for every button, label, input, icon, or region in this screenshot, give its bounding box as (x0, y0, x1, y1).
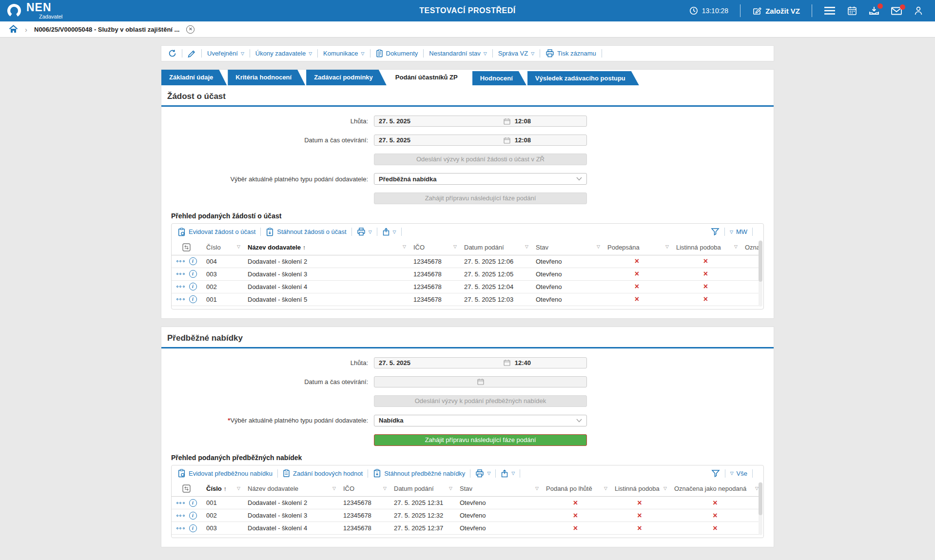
filter-chevron-icon[interactable]: ▽ (449, 486, 452, 491)
tab-kriteria-hodnoceni[interactable]: Kritéria hodnocení (228, 70, 305, 85)
start-next-phase-button-disabled[interactable]: Zahájit přípravu následující fáze podání (374, 193, 587, 204)
col-listinna-podoba[interactable]: Listinná podoba▽ (610, 482, 669, 497)
menu-ukony-zadavatele[interactable]: Úkony zadavatele▽ (255, 50, 312, 57)
filter-chevron-icon[interactable]: ▽ (525, 244, 528, 249)
filter-button[interactable] (711, 469, 720, 478)
filter-chevron-icon[interactable]: ▽ (755, 486, 759, 491)
export-table-button[interactable]: ▽ (501, 469, 515, 478)
lhuta-nabidky-input[interactable]: 27. 5. 2025 12:40 (374, 357, 587, 368)
filter-button[interactable] (711, 228, 720, 236)
col-stav[interactable]: Stav▽ (455, 482, 541, 497)
filter-chevron-icon[interactable]: ▽ (237, 486, 240, 491)
col-nazev-dodavatele[interactable]: Název dodavatele▽ (243, 482, 338, 497)
info-icon[interactable]: i (189, 295, 197, 303)
view-selector[interactable]: ▽ MW (730, 228, 747, 235)
menu-sprava-vz[interactable]: Správa VZ▽ (498, 50, 534, 57)
col-podepsana[interactable]: Podepsána▽ (603, 240, 671, 255)
filter-chevron-icon[interactable]: ▽ (663, 486, 667, 491)
filter-chevron-icon[interactable]: ▽ (403, 244, 406, 249)
refresh-button[interactable] (168, 49, 176, 58)
table-row[interactable]: i 003 Dodavatel - školení 3 12345678 27.… (172, 268, 761, 280)
otevirani-nabidky-input[interactable] (374, 376, 587, 387)
info-icon[interactable]: i (189, 270, 197, 278)
send-invitation-button[interactable]: Odeslání výzvy k podání žádosti o účast … (374, 154, 587, 165)
view-selector[interactable]: ▽ Vše (730, 470, 747, 477)
send-invitation-nabidky-button[interactable]: Odeslání výzvy k podání předběžných nabí… (374, 395, 587, 407)
menu-uverejneni[interactable]: Uveřejnění▽ (207, 50, 244, 57)
table-scrollbar[interactable] (759, 240, 762, 307)
table-row[interactable]: i 003 Dodavatel - školení 4 12345678 27.… (172, 522, 761, 535)
evidovat-zadost-button[interactable]: Evidovat žádost o účast (177, 228, 255, 236)
tab-podani-ucastniku-zp[interactable]: Podání účastníků ZP (388, 70, 471, 85)
create-vz-button[interactable]: Založit VZ (752, 6, 800, 16)
filter-chevron-icon[interactable]: ▽ (734, 244, 738, 249)
home-icon[interactable] (9, 25, 18, 34)
menu-button[interactable] (824, 6, 836, 15)
table-row[interactable]: i 004 Dodavatel - školení 2 12345678 27.… (172, 255, 761, 268)
menu-dokumenty[interactable]: Dokumenty (376, 49, 418, 58)
col-datum-podani[interactable]: Datum podání▽ (389, 482, 455, 497)
col-cislo[interactable]: Číslo ↑▽ (201, 482, 243, 497)
info-icon[interactable]: i (189, 499, 197, 507)
tab-vysledek-zadavaciho-postupu[interactable]: Výsledek zadávacího postupu (527, 71, 639, 85)
col-nazev-dodavatele[interactable]: Název dodavatele ↑▽ (243, 240, 409, 255)
stahnout-nabidky-button[interactable]: Stáhnout předběžné nabídky (373, 469, 465, 478)
export-table-button[interactable]: ▽ (382, 228, 396, 236)
col-ico[interactable]: IČO▽ (338, 482, 389, 497)
info-icon[interactable]: i (189, 512, 197, 520)
calendar-button[interactable] (847, 6, 857, 16)
print-table-button[interactable]: ▽ (475, 469, 490, 478)
tab-zadavaci-podminky[interactable]: Zadávací podmínky (306, 70, 387, 85)
info-icon[interactable]: i (189, 283, 197, 290)
row-menu-icon[interactable] (176, 286, 185, 288)
filter-chevron-icon[interactable]: ▽ (237, 244, 240, 249)
table-row[interactable]: i 002 Dodavatel - školení 3 12345678 27.… (172, 509, 761, 522)
table-scrollbar[interactable] (759, 482, 762, 536)
col-oznacena[interactable]: Označena jako nepodaná (740, 240, 761, 255)
edit-record-button[interactable] (188, 49, 196, 58)
filter-chevron-icon[interactable]: ▽ (332, 486, 336, 491)
nen-logo[interactable]: NEN Zadavatel (0, 2, 62, 19)
close-record-icon[interactable]: ✕ (186, 25, 195, 34)
col-listinna-podoba[interactable]: Listinná podoba▽ (671, 240, 740, 255)
menu-tisk-zaznamu[interactable]: Tisk záznamu (545, 49, 596, 58)
lhuta-input[interactable]: 27. 5. 2025 12:08 (374, 116, 587, 127)
messages-button[interactable] (891, 7, 902, 15)
col-datum-podani[interactable]: Datum podání▽ (459, 240, 531, 255)
print-table-button[interactable]: ▽ (357, 228, 372, 236)
menu-komunikace[interactable]: Komunikace▽ (323, 50, 364, 57)
row-menu-icon[interactable] (176, 260, 185, 262)
row-menu-icon[interactable] (176, 527, 185, 529)
filter-chevron-icon[interactable]: ▽ (665, 244, 669, 249)
filter-chevron-icon[interactable]: ▽ (597, 244, 600, 249)
user-button[interactable] (914, 6, 923, 16)
menu-nestandardni-stav[interactable]: Nestandardní stav▽ (429, 50, 487, 57)
filter-chevron-icon[interactable]: ▽ (604, 486, 607, 491)
vyber-typu-podani-select[interactable]: Nabídka (374, 415, 587, 426)
row-menu-icon[interactable] (176, 298, 185, 300)
table-row[interactable]: i 001 Dodavatel - školení 2 12345678 27.… (172, 497, 761, 509)
evidovat-nabidku-button[interactable]: Evidovat předběžnou nabídku (177, 469, 273, 478)
tab-zakladni-udaje[interactable]: Základní údaje (161, 70, 227, 85)
table-row[interactable]: i 002 Dodavatel - školení 4 12345678 27.… (172, 280, 761, 293)
vyber-typu-podani-select[interactable]: Předběžná nabídka (374, 173, 587, 185)
breadcrumb-record[interactable]: N006/25/V00005048 - Služby v oblasti zaj… (34, 26, 179, 33)
zadani-bodovych-hodnot-button[interactable]: Zadání bodových hodnot (283, 469, 363, 478)
row-menu-icon[interactable] (176, 502, 185, 504)
tab-hodnoceni[interactable]: Hodnocení (472, 71, 526, 85)
otevirani-input[interactable]: 27. 5. 2025 12:08 (374, 135, 587, 146)
stahnout-zadosti-button[interactable]: Stáhnout žádosti o účast (266, 228, 346, 236)
filter-chevron-icon[interactable]: ▽ (453, 244, 457, 249)
table-row[interactable]: i 001 Dodavatel - školení 5 12345678 27.… (172, 293, 761, 306)
col-oznacena-jako-nepodana[interactable]: Označena jako nepodaná▽ (669, 482, 761, 497)
col-stav[interactable]: Stav▽ (531, 240, 603, 255)
info-icon[interactable]: i (189, 257, 197, 265)
row-menu-icon[interactable] (176, 515, 185, 517)
filter-chevron-icon[interactable]: ▽ (383, 486, 387, 491)
col-cislo[interactable]: Číslo▽ (201, 240, 243, 255)
info-icon[interactable]: i (189, 524, 197, 532)
row-menu-icon[interactable] (176, 273, 185, 275)
filter-chevron-icon[interactable]: ▽ (535, 486, 539, 491)
col-podana-po-lhute[interactable]: Podaná po lhůtě▽ (541, 482, 610, 497)
start-next-phase-button[interactable]: Zahájit přípravu následující fáze podání (374, 434, 587, 446)
